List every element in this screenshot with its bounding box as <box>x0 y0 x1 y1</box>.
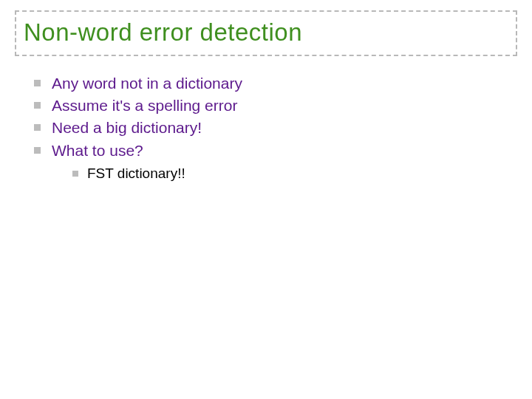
bullet-text: What to use? <box>52 142 143 159</box>
bullet-text: Assume it's a spelling error <box>52 97 237 114</box>
bullet-item: Assume it's a spelling error <box>34 95 517 117</box>
bullet-item: What to use? FST dictionary!! <box>34 140 517 185</box>
slide: Non-word error detection Any word not in… <box>0 0 532 399</box>
sub-bullet-list: FST dictionary!! <box>52 163 517 185</box>
bullet-item: Any word not in a dictionary <box>34 72 517 95</box>
sub-bullet-item: FST dictionary!! <box>72 163 517 185</box>
title-container: Non-word error detection <box>15 10 517 56</box>
bullet-item: Need a big dictionary! <box>34 117 517 139</box>
bullet-list: Any word not in a dictionary Assume it's… <box>15 72 517 185</box>
bullet-text: Any word not in a dictionary <box>52 75 242 92</box>
sub-bullet-text: FST dictionary!! <box>87 166 185 181</box>
bullet-text: Need a big dictionary! <box>52 119 202 136</box>
slide-title: Non-word error detection <box>24 18 508 47</box>
